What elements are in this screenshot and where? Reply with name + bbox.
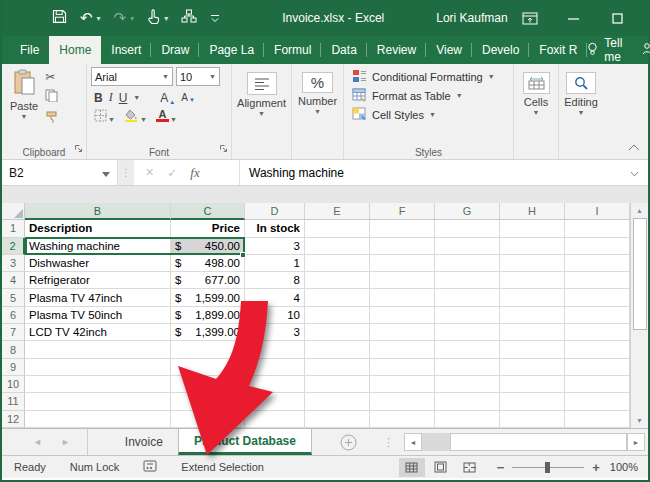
cell-I5[interactable] xyxy=(565,289,630,306)
column-header-h[interactable]: H xyxy=(500,203,565,220)
zoom-in-icon[interactable]: + xyxy=(592,460,600,475)
zoom-slider-thumb[interactable] xyxy=(545,462,550,473)
minimize-button[interactable] xyxy=(552,0,596,36)
column-header-e[interactable]: E xyxy=(305,203,370,220)
scroll-up-icon[interactable]: ▲ xyxy=(631,203,648,218)
cell-B7[interactable]: LCD TV 42inch xyxy=(25,324,171,341)
row-header-1[interactable]: 1 xyxy=(2,220,25,237)
horizontal-scrollbar-thumb[interactable] xyxy=(450,433,627,451)
redo-dropdown-icon[interactable]: ▾ xyxy=(130,14,134,23)
cell-H9[interactable] xyxy=(500,359,565,376)
cell-G11[interactable] xyxy=(435,393,500,410)
cell-E2[interactable] xyxy=(305,238,370,255)
ribbon-tab-page-la[interactable]: Page La xyxy=(199,36,264,64)
cell-D6[interactable]: 10 xyxy=(245,307,305,324)
sheet-bar-grip[interactable]: ⋮ xyxy=(383,429,394,455)
page-break-preview-button[interactable] xyxy=(457,458,483,477)
select-all-corner[interactable] xyxy=(2,203,25,220)
row-header-8[interactable]: 8 xyxy=(2,341,25,358)
cell-I12[interactable] xyxy=(565,411,630,428)
increase-font-button[interactable]: A▲ xyxy=(160,91,175,105)
cell-G4[interactable] xyxy=(435,272,500,289)
conditional-formatting-dropdown-icon[interactable]: ▼ xyxy=(488,74,495,79)
cell-F10[interactable] xyxy=(370,376,435,393)
cell-G1[interactable] xyxy=(435,220,500,237)
undo-dropdown-icon[interactable]: ▾ xyxy=(97,14,101,23)
cell-B9[interactable] xyxy=(25,359,171,376)
cell-B3[interactable]: Dishwasher xyxy=(25,255,171,272)
cell-C7[interactable]: $1,399.00 xyxy=(171,324,245,341)
sheet-tab-invoice[interactable]: Invoice xyxy=(110,429,178,455)
row-header-6[interactable]: 6 xyxy=(2,307,25,324)
cell-C9[interactable] xyxy=(171,359,245,376)
cell-G5[interactable] xyxy=(435,289,500,306)
cell-G3[interactable] xyxy=(435,255,500,272)
cell-G2[interactable] xyxy=(435,238,500,255)
sheet-tab-product-database[interactable]: Product Database xyxy=(178,429,312,455)
cell-F4[interactable] xyxy=(370,272,435,289)
fill-color-button[interactable]: ▼ xyxy=(124,109,147,122)
new-sheet-button[interactable] xyxy=(340,429,357,455)
cell-C10[interactable] xyxy=(171,376,245,393)
bold-button[interactable]: B xyxy=(94,91,103,105)
cell-F11[interactable] xyxy=(370,393,435,410)
cell-F3[interactable] xyxy=(370,255,435,272)
cell-H2[interactable] xyxy=(500,238,565,255)
confirm-entry-icon[interactable]: ✓ xyxy=(167,166,177,180)
cell-E3[interactable] xyxy=(305,255,370,272)
cell-B11[interactable] xyxy=(25,393,171,410)
column-header-d[interactable]: D xyxy=(245,203,305,220)
ribbon-tab-view[interactable]: View xyxy=(426,36,472,64)
row-header-5[interactable]: 5 xyxy=(2,289,25,306)
touch-mode-icon[interactable] xyxy=(147,9,160,28)
cell-H5[interactable] xyxy=(500,289,565,306)
cell-F9[interactable] xyxy=(370,359,435,376)
cell-D1[interactable]: In stock xyxy=(245,220,305,237)
cell-I4[interactable] xyxy=(565,272,630,289)
cell-C8[interactable] xyxy=(171,341,245,358)
cell-B5[interactable]: Plasma TV 47inch xyxy=(25,289,171,306)
row-header-3[interactable]: 3 xyxy=(2,255,25,272)
zoom-slider[interactable] xyxy=(512,467,584,468)
cell-H3[interactable] xyxy=(500,255,565,272)
cell-I10[interactable] xyxy=(565,376,630,393)
close-button[interactable] xyxy=(640,0,650,36)
number-dropdown-icon[interactable]: ▼ xyxy=(314,109,321,114)
cell-B4[interactable]: Refrigerator xyxy=(25,272,171,289)
scroll-right-icon[interactable]: ► xyxy=(627,433,645,451)
cell-C12[interactable] xyxy=(171,411,245,428)
cell-E7[interactable] xyxy=(305,324,370,341)
underline-dropdown-icon[interactable]: ▼ xyxy=(133,95,140,100)
cell-C6[interactable]: $1,899.00 xyxy=(171,307,245,324)
cell-D8[interactable] xyxy=(245,341,305,358)
macro-record-icon[interactable] xyxy=(143,460,157,474)
ribbon-tab-insert[interactable]: Insert xyxy=(101,36,151,64)
cell-I11[interactable] xyxy=(565,393,630,410)
zoom-out-icon[interactable]: − xyxy=(497,460,505,475)
ribbon-tab-formul[interactable]: Formul xyxy=(264,36,321,64)
cell-B10[interactable] xyxy=(25,376,171,393)
scroll-down-icon[interactable]: ▼ xyxy=(631,413,648,428)
ribbon-tab-foxit-r[interactable]: Foxit R xyxy=(529,36,587,64)
cell-G10[interactable] xyxy=(435,376,500,393)
cell-C1[interactable]: Price xyxy=(171,220,245,237)
row-header-9[interactable]: 9 xyxy=(2,359,25,376)
cell-I1[interactable] xyxy=(565,220,630,237)
ribbon-tab-data[interactable]: Data xyxy=(321,36,366,64)
cell-G8[interactable] xyxy=(435,341,500,358)
previous-sheet-icon[interactable]: ◄ xyxy=(33,437,42,447)
italic-button[interactable]: I xyxy=(109,90,113,105)
cell-F6[interactable] xyxy=(370,307,435,324)
cell-D9[interactable] xyxy=(245,359,305,376)
cell-H4[interactable] xyxy=(500,272,565,289)
cell-I3[interactable] xyxy=(565,255,630,272)
font-name-combo[interactable]: Arial▼ xyxy=(91,67,173,86)
format-as-table-button[interactable]: Format as Table ▼ xyxy=(348,86,509,105)
underline-button[interactable]: U xyxy=(119,91,128,105)
format-painter-icon[interactable] xyxy=(45,110,58,128)
cell-B2[interactable]: Washing machine xyxy=(25,238,171,255)
alignment-dropdown-icon[interactable]: ▼ xyxy=(258,111,265,116)
cell-E10[interactable] xyxy=(305,376,370,393)
cell-C2[interactable]: $450.00 xyxy=(171,238,245,255)
cell-B8[interactable] xyxy=(25,341,171,358)
